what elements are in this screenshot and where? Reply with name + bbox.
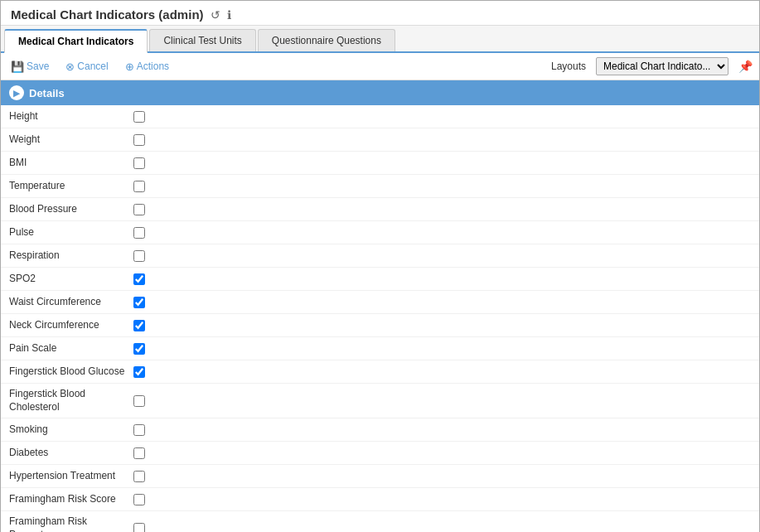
indicator-checkbox[interactable] [133, 227, 145, 239]
indicator-row: Pain Scale [1, 337, 759, 360]
page-title: Medical Chart Indicators (admin) [11, 7, 204, 22]
indicator-checkbox-container [133, 447, 145, 459]
form-body: HeightWeightBMITemperatureBlood Pressure… [1, 105, 759, 532]
indicator-checkbox[interactable] [133, 157, 145, 169]
title-bar: Medical Chart Indicators (admin) ↺ ℹ [1, 1, 759, 26]
indicator-checkbox-container [133, 227, 145, 239]
indicator-label: Blood Pressure [9, 203, 133, 216]
indicator-row: Framingham Risk Score [1, 488, 759, 511]
indicator-checkbox[interactable] [133, 320, 145, 331]
indicator-label: Smoking [9, 423, 133, 437]
indicator-label: Fingerstick Blood Glucose [9, 365, 133, 379]
indicator-label: Hypertension Treatment [9, 470, 133, 483]
indicator-checkbox-container [133, 523, 145, 532]
indicator-label: Neck Circumference [9, 319, 133, 332]
indicator-checkbox[interactable] [133, 494, 145, 505]
indicator-checkbox-container [133, 395, 145, 407]
indicator-row: Fingerstick Blood Cholesterol [1, 384, 759, 418]
indicator-checkbox-container [133, 181, 145, 192]
indicator-row: Waist Circumference [1, 291, 759, 314]
indicator-row: Height [1, 105, 759, 128]
refresh-icon[interactable]: ↺ [211, 8, 220, 22]
play-icon: ▶ [9, 85, 24, 100]
indicator-checkbox-container [133, 157, 145, 169]
indicator-checkbox[interactable] [133, 111, 145, 123]
indicator-label: BMI [9, 157, 133, 170]
section-header: ▶ Details [1, 80, 759, 105]
indicator-checkbox-container [133, 320, 145, 331]
indicator-checkbox[interactable] [133, 366, 145, 378]
indicator-row: Temperature [1, 175, 759, 198]
indicator-row: SPO2 [1, 268, 759, 291]
indicator-checkbox[interactable] [133, 204, 145, 215]
indicator-label: Pain Scale [9, 342, 133, 355]
save-button[interactable]: 💾 Save [7, 59, 52, 75]
actions-button[interactable]: ⊕ Actions [122, 59, 172, 75]
indicator-checkbox-container [133, 297, 145, 308]
indicator-row: Fingerstick Blood Glucose [1, 360, 759, 384]
indicator-checkbox[interactable] [133, 250, 145, 262]
indicator-label: Framingham Risk Percentage [9, 515, 133, 532]
layouts-label: Layouts [551, 60, 586, 72]
indicator-checkbox[interactable] [133, 273, 145, 285]
indicator-checkbox[interactable] [133, 471, 145, 482]
indicator-row: Smoking [1, 418, 759, 442]
save-icon: 💾 [11, 60, 24, 73]
indicator-label: Pulse [9, 226, 133, 239]
indicator-row: Blood Pressure [1, 198, 759, 221]
indicator-label: Framingham Risk Score [9, 493, 133, 506]
indicator-row: Diabetes [1, 442, 759, 465]
indicator-row: BMI [1, 152, 759, 175]
actions-icon: ⊕ [125, 60, 134, 73]
indicator-checkbox[interactable] [133, 343, 145, 355]
indicator-row: Weight [1, 128, 759, 152]
indicator-row: Respiration [1, 244, 759, 268]
toolbar: 💾 Save ⊗ Cancel ⊕ Actions Layouts Medica… [1, 53, 759, 80]
indicator-checkbox[interactable] [133, 181, 145, 192]
tab-clinical-test-units[interactable]: Clinical Test Units [149, 29, 255, 51]
section-title: Details [29, 87, 65, 99]
cancel-icon: ⊗ [65, 60, 75, 73]
indicator-row: Neck Circumference [1, 314, 759, 337]
tabs-row: Medical Chart Indicators Clinical Test U… [1, 26, 759, 53]
indicator-label: Weight [9, 133, 133, 147]
indicator-checkbox[interactable] [133, 447, 145, 459]
indicator-checkbox-container [133, 204, 145, 215]
indicator-checkbox-container [133, 343, 145, 355]
indicator-checkbox[interactable] [133, 424, 145, 436]
info-icon[interactable]: ℹ [227, 8, 231, 22]
indicator-label: Fingerstick Blood Cholesterol [9, 388, 133, 414]
indicator-checkbox-container [133, 366, 145, 378]
indicator-checkbox[interactable] [133, 395, 145, 407]
cancel-button[interactable]: ⊗ Cancel [62, 59, 111, 75]
indicator-checkbox-container [133, 111, 145, 123]
indicator-row: Framingham Risk Percentage [1, 511, 759, 532]
indicator-label: Waist Circumference [9, 296, 133, 309]
pin-icon[interactable]: 📌 [738, 60, 753, 73]
indicator-row: Pulse [1, 221, 759, 244]
indicator-checkbox-container [133, 494, 145, 505]
indicator-label: Temperature [9, 180, 133, 193]
tab-questionnaire-questions[interactable]: Questionnaire Questions [258, 29, 395, 51]
indicator-checkbox-container [133, 250, 145, 262]
indicator-checkbox[interactable] [133, 523, 145, 532]
indicator-label: SPO2 [9, 273, 133, 286]
indicator-checkbox[interactable] [133, 297, 145, 308]
indicator-label: Diabetes [9, 447, 133, 460]
indicator-row: Hypertension Treatment [1, 465, 759, 488]
indicator-checkbox-container [133, 134, 145, 146]
indicator-checkbox-container [133, 424, 145, 436]
indicator-checkbox-container [133, 471, 145, 482]
indicator-checkbox-container [133, 273, 145, 285]
main-window: Medical Chart Indicators (admin) ↺ ℹ Med… [0, 0, 760, 532]
indicator-checkbox[interactable] [133, 134, 145, 146]
layouts-select[interactable]: Medical Chart Indicato... [596, 57, 729, 75]
indicator-label: Height [9, 110, 133, 123]
indicator-label: Respiration [9, 249, 133, 263]
tab-medical-chart-indicators[interactable]: Medical Chart Indicators [4, 29, 148, 53]
